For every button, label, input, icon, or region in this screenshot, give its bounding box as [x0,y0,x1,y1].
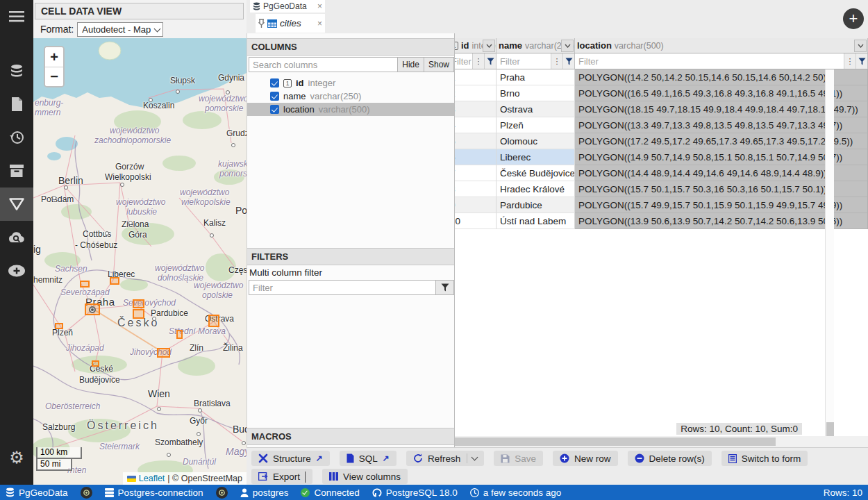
close-icon[interactable]: × [317,1,322,11]
statusbar-item-badge[interactable] [81,487,92,499]
zoom-in-button[interactable]: + [45,47,63,67]
format-select[interactable]: Autodetect - Map [77,22,163,37]
column-menu-button[interactable] [854,40,867,52]
checkbox-checked[interactable] [270,105,279,114]
settings-button[interactable]: ⚙ [0,441,33,474]
cell-location[interactable]: POLYGON((13.9 50.6,13.9 50.7,14.2 50.7,1… [575,213,868,229]
filter-input[interactable]: Filter [575,53,840,69]
polygon-marker-plzen[interactable] [55,323,63,329]
funnel-button[interactable] [562,53,574,69]
filter-apply-button[interactable] [436,280,454,295]
cell-id[interactable]: 10 [448,213,496,229]
export-button[interactable]: Export [251,469,312,484]
table-row[interactable]: 10Ústí nad LabemPOLYGON((13.9 50.6,13.9 … [448,213,868,229]
tab-pggeodata[interactable]: PgGeoData × [250,0,325,12]
polygon-marker-pardubice[interactable] [133,309,144,319]
sidebar-item-cloud-search[interactable] [0,221,33,254]
cell-id[interactable]: 6 [448,149,496,165]
cell-name[interactable]: Ústí nad Labem [496,213,575,229]
cell-name[interactable]: Liberec [496,149,575,165]
cell-location[interactable]: POLYGON((14.9 50.7,14.9 50.8,15.1 50.8,1… [575,149,868,165]
cell-id[interactable]: 5 [448,133,496,149]
cell-location[interactable]: POLYGON((18.15 49.7,18.15 49.9,18.4 49.9… [575,101,868,117]
table-row[interactable]: 3OstravaPOLYGON((18.15 49.7,18.15 49.9,1… [448,101,868,117]
horizontal-scrollbar[interactable] [448,436,868,447]
sidebar-item-archive[interactable] [0,154,33,188]
statusbar-item-badge[interactable] [216,487,228,499]
sidebar-item-add-connection[interactable] [0,254,33,288]
cell-location[interactable]: POLYGON((16.5 49.1,16.5 49.3,16.8 49.3,1… [575,85,868,101]
sql-button[interactable]: SQL↗ [340,451,397,466]
column-item-location[interactable]: locationvarchar(500) [247,103,454,116]
table-row[interactable]: 5OlomoucPOLYGON((17.2 49.5,17.2 49.65,17… [448,133,868,149]
column-filter-id[interactable]: Filter⋮ [448,53,496,69]
column-menu-button[interactable] [561,40,574,52]
delete-row-s--button[interactable]: Delete row(s) [628,451,712,466]
cell-name[interactable]: Hradec Králové [496,181,575,197]
close-icon[interactable]: × [317,19,322,28]
filter-input[interactable]: Filter [496,53,551,69]
filter-options-button[interactable]: ⋮ [472,53,484,69]
table-row[interactable]: 1PrahaPOLYGON((14.2 50,14.2 50.15,14.6 5… [448,69,868,85]
sidebar-item-files[interactable] [0,88,33,121]
cell-id[interactable]: 4 [448,117,496,133]
leaflet-link[interactable]: Leaflet [139,474,165,483]
sidebar-item-database[interactable] [0,54,33,88]
cell-id[interactable]: 9 [448,197,496,213]
tab-cities[interactable]: cities × [256,14,325,33]
column-menu-button[interactable] [483,40,495,52]
polygon-marker-ostrava[interactable] [208,315,219,327]
cell-id[interactable]: 8 [448,181,496,197]
cell-location[interactable]: POLYGON((14.2 50,14.2 50.15,14.6 50.15,1… [575,69,868,85]
funnel-button[interactable] [856,53,867,69]
hide-button[interactable]: Hide [398,57,424,72]
search-columns-input[interactable]: Search columns [249,57,398,72]
cell-name[interactable]: Ostrava [496,101,575,117]
cell-name[interactable]: Olomouc [496,133,575,149]
statusbar-item-connected[interactable]: Connected [301,488,359,498]
table-row[interactable]: 2BrnoPOLYGON((16.5 49.1,16.5 49.3,16.8 4… [448,85,868,101]
add-button[interactable]: + [843,8,864,29]
cell-id[interactable]: 1 [448,69,496,85]
table-row[interactable]: 6LiberecPOLYGON((14.9 50.7,14.9 50.8,15.… [448,149,868,165]
cell-name[interactable]: Brno [496,85,575,101]
sidebar-item-history[interactable] [0,121,33,154]
column-filter-name[interactable]: Filter⋮ [496,53,575,69]
polygon-marker-olomouc[interactable] [176,330,183,339]
cell-location[interactable]: POLYGON((15.7 49.9,15.7 50.1,15.9 50.1,1… [575,197,868,213]
cell-id[interactable]: 2 [448,85,496,101]
filter-options-button[interactable]: ⋮ [844,53,856,69]
table-row[interactable]: 7České BudějovicePOLYGON((14.4 48.9,14.4… [448,165,868,181]
statusbar-item-postgres[interactable]: postgres [240,488,289,498]
column-header-location[interactable]: locationvarchar(500) [575,38,868,53]
cell-location[interactable]: POLYGON((13.3 49.7,13.3 49.8,13.5 49.8,1… [575,117,868,133]
polygon-marker-usti[interactable] [80,281,90,288]
column-item-name[interactable]: namevarchar(250) [247,90,454,103]
cell-name[interactable]: České Budějovice [496,165,575,181]
statusbar-item-pggeodata[interactable]: PgGeoData [6,488,68,498]
leaflet-map[interactable]: SłupskGdyniaKoszalinenburg-mmernwojewódz… [33,38,247,485]
filter-options-button[interactable]: ⋮ [551,53,562,69]
checkbox-checked[interactable] [270,78,279,88]
statusbar-item-a-few-seconds-ago[interactable]: a few seconds ago [470,488,562,498]
refresh-button[interactable]: Refresh [406,451,484,466]
view-columns-button[interactable]: View columns [322,469,408,484]
cell-id[interactable]: 3 [448,101,496,117]
columns-section-header[interactable]: COLUMNS [247,38,454,56]
table-row[interactable]: 8Hradec KrálovéPOLYGON((15.7 50.1,15.7 5… [448,181,868,197]
new-row-button[interactable]: New row [553,451,618,466]
save-button[interactable]: Save [494,451,543,466]
polygon-marker-hradec-kralove[interactable] [133,299,144,308]
polygon-marker-brno[interactable] [157,348,170,358]
sidebar-item-cell-data-view[interactable] [0,188,33,221]
table-row[interactable]: 9PardubicePOLYGON((15.7 49.9,15.7 50.1,1… [448,197,868,213]
show-button[interactable]: Show [424,57,454,72]
statusbar-item-postgresql-18-0[interactable]: PostgreSQL 18.0 [372,488,458,498]
menu-button[interactable] [0,0,33,33]
cell-location[interactable]: POLYGON((14.4 48.9,14.4 49,14.6 49,14.6 … [575,165,868,181]
multi-column-filter-input[interactable]: Filter [249,280,436,295]
switch-to-form-button[interactable]: Switch to form [721,451,808,466]
table-row[interactable]: 4PlzeňPOLYGON((13.3 49.7,13.3 49.8,13.5 … [448,117,868,133]
polygon-marker-liberec[interactable] [110,277,119,285]
structure-button[interactable]: Structure↗ [251,451,330,466]
